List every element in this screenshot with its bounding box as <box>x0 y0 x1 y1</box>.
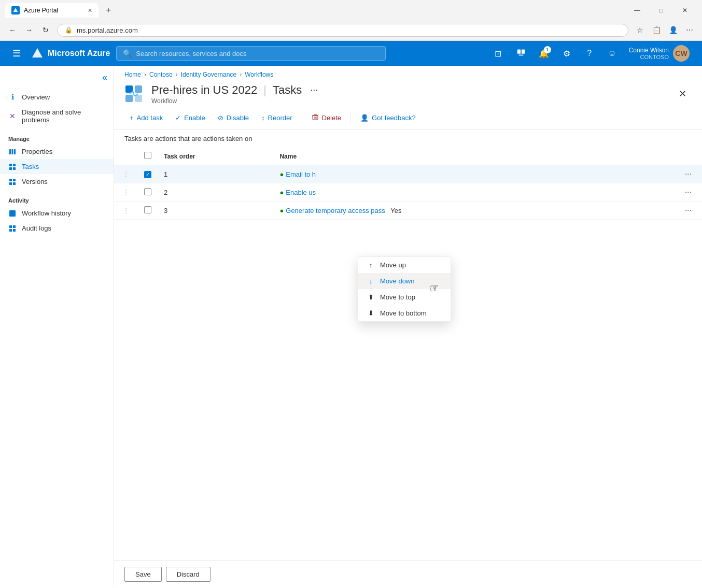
manage-section-title: Manage <box>0 132 114 144</box>
feedback-button[interactable]: 👤 Got feedback? <box>355 111 421 124</box>
feedback-button[interactable]: ☺ <box>602 43 623 64</box>
sidebar-item-label: Audit logs <box>22 224 51 232</box>
task-name-cell: ● Enable us <box>273 183 628 202</box>
svg-rect-2 <box>517 50 520 54</box>
select-all-checkbox[interactable] <box>144 152 151 159</box>
directory-button[interactable] <box>511 43 531 64</box>
task-order-cell: 3 <box>158 202 273 220</box>
task-order-cell: 1 <box>158 165 273 183</box>
status-icon: ● <box>279 207 284 214</box>
svg-rect-8 <box>9 164 12 166</box>
enable-button[interactable]: ✓ Enable <box>170 111 210 124</box>
page-footer: Save Discard <box>114 560 702 586</box>
disable-button[interactable]: ⊘ Disable <box>213 111 254 124</box>
table-row[interactable]: ⋮ 3 ● Generate temporary access pass <box>114 202 702 220</box>
row-more-button[interactable]: ··· <box>681 204 696 217</box>
row-checkbox[interactable] <box>144 188 151 195</box>
sidebar-item-properties[interactable]: Properties <box>0 144 114 159</box>
breadcrumb-workflows[interactable]: Workflows <box>245 71 273 78</box>
svg-rect-7 <box>14 149 16 154</box>
task-name-link[interactable]: Generate temporary access pass <box>286 207 385 214</box>
avatar-initials: CW <box>675 49 687 58</box>
refresh-button[interactable]: ↻ <box>38 23 53 37</box>
context-menu-item-move-up[interactable]: ↑ Move up <box>358 257 451 273</box>
save-button[interactable]: Save <box>124 567 162 582</box>
context-menu-item-move-to-top[interactable]: ⬆ Move to top <box>358 289 451 305</box>
drag-handle-cell: ⋮ <box>114 202 138 220</box>
drag-handle-icon[interactable]: ⋮ <box>120 188 132 196</box>
activity-section-title: Activity <box>0 193 114 206</box>
breadcrumb: Home › Contoso › Identity Governance › W… <box>114 66 702 78</box>
col-name-header: Name <box>273 148 628 165</box>
notifications-button[interactable]: 🔔 1 <box>533 43 554 64</box>
help-icon: ? <box>587 49 592 58</box>
address-bar[interactable]: 🔒 ms.portal.azure.com <box>57 24 628 37</box>
task-name-link[interactable]: Enable us <box>286 189 316 196</box>
drag-handle-icon[interactable]: ⋮ <box>120 206 132 214</box>
disable-label: Disable <box>227 114 249 122</box>
sidebar-item-diagnose[interactable]: ✕ Diagnose and solve problems <box>0 105 114 127</box>
user-menu[interactable]: Connie Wilson CONTOSO CW <box>625 43 694 64</box>
sidebar-item-tasks[interactable]: Tasks <box>0 159 114 174</box>
row-checkbox[interactable]: ✓ <box>144 171 151 178</box>
svg-rect-11 <box>13 167 16 170</box>
browser-tab[interactable]: Azure Portal ✕ <box>5 3 99 18</box>
sidebar-toggle-button[interactable]: ☰ <box>8 46 25 61</box>
new-tab-button[interactable]: + <box>103 5 115 16</box>
table-row[interactable]: ⋮ 2 ● Enable us <box>114 183 702 202</box>
help-button[interactable]: ? <box>579 43 600 64</box>
breadcrumb-home[interactable]: Home <box>124 71 141 78</box>
page-more-button[interactable]: ··· <box>308 82 320 97</box>
favorites-button[interactable]: ☆ <box>633 23 647 37</box>
add-task-label: Add task <box>137 114 163 122</box>
azure-logo[interactable]: Microsoft Azure <box>31 47 110 60</box>
svg-rect-23 <box>125 95 133 102</box>
svg-rect-14 <box>9 182 12 185</box>
extensions-button[interactable]: ⋯ <box>682 23 697 37</box>
col-task-order-header: Task order <box>158 148 273 165</box>
profile-button[interactable]: 👤 <box>666 23 680 37</box>
context-menu-item-move-down[interactable]: ↓ Move down <box>358 273 451 289</box>
row-more-button[interactable]: ··· <box>681 167 696 180</box>
minimize-button[interactable]: — <box>625 3 649 18</box>
tab-close-button[interactable]: ✕ <box>88 7 92 14</box>
sidebar-item-label: Diagnose and solve problems <box>22 108 105 124</box>
maximize-button[interactable]: □ <box>649 3 673 18</box>
sidebar-collapse-button[interactable]: « <box>100 70 109 85</box>
breadcrumb-contoso[interactable]: Contoso <box>149 71 173 78</box>
sidebar-item-overview[interactable]: ℹ Overview <box>0 89 114 105</box>
delete-button[interactable]: Delete <box>306 111 347 125</box>
drag-handle-cell: ⋮ <box>114 183 138 202</box>
page-close-button[interactable]: ✕ <box>673 84 692 103</box>
drag-handle-icon[interactable]: ⋮ <box>120 170 132 178</box>
context-menu-item-move-to-bottom[interactable]: ⬇ Move to bottom <box>358 305 451 321</box>
sidebar-item-audit-logs[interactable]: Audit logs <box>0 221 114 236</box>
sidebar-item-workflow-history[interactable]: Workflow history <box>0 206 114 221</box>
cloud-shell-button[interactable]: ⊡ <box>488 43 509 64</box>
svg-rect-12 <box>9 179 12 181</box>
workflow-history-icon <box>8 210 17 217</box>
add-task-button[interactable]: + Add task <box>124 111 168 124</box>
global-search[interactable]: 🔍 Search resources, services and docs <box>116 46 386 61</box>
address-lock-icon: 🔒 <box>65 26 73 34</box>
sidebar-item-label: Workflow history <box>22 209 71 217</box>
table-row[interactable]: ⋮ ✓ 1 ● Email to h <box>114 165 702 183</box>
settings-button[interactable]: ⚙ <box>556 43 577 64</box>
move-up-label: Move up <box>380 261 406 269</box>
reorder-button[interactable]: ↕ Reorder <box>256 111 297 124</box>
row-checkbox[interactable] <box>144 206 151 213</box>
sidebar-item-versions[interactable]: Versions <box>0 174 114 189</box>
svg-marker-1 <box>32 48 43 58</box>
row-more-button[interactable]: ··· <box>681 185 696 198</box>
forward-button[interactable]: → <box>22 23 36 37</box>
feedback-icon: 👤 <box>360 114 369 122</box>
svg-rect-18 <box>13 225 16 228</box>
discard-button[interactable]: Discard <box>166 567 210 582</box>
directory-icon <box>516 48 526 59</box>
back-button[interactable]: ← <box>5 23 20 37</box>
close-window-button[interactable]: ✕ <box>673 3 697 18</box>
task-name-link[interactable]: Email to h <box>286 170 316 178</box>
collections-button[interactable]: 📋 <box>649 23 664 37</box>
breadcrumb-identity-governance[interactable]: Identity Governance <box>181 71 236 78</box>
add-task-icon: + <box>130 114 134 122</box>
